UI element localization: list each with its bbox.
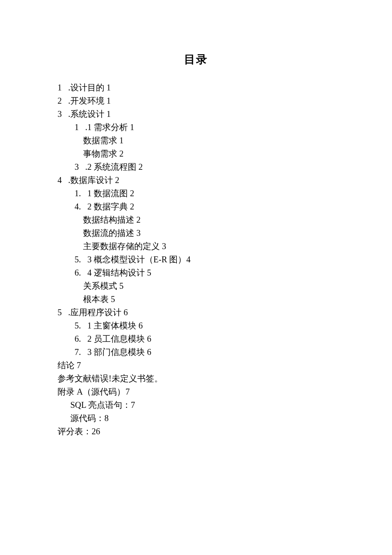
toc-entry: 结论 7 [58,359,334,372]
toc-list: 1 .设计目的 1 2 .开发环境 1 3 .系统设计 1 1 .1 需求分析 … [58,81,334,438]
toc-entry: 6. 2 员工信息模块 6 [58,332,334,346]
toc-entry: 1. 1 数据流图 2 [58,187,334,200]
toc-entry: 5. 3 概念模型设计（E-R 图）4 [58,253,334,266]
toc-entry: 主要数据存储的定义 3 [58,240,334,253]
toc-title: 目录 [58,51,334,68]
toc-entry: 6. 4 逻辑结构设计 5 [58,266,334,279]
toc-entry: 参考文献错误!未定义书签。 [58,372,334,385]
toc-entry: 5 .应用程序设计 6 [58,306,334,319]
toc-entry: 1 .1 需求分析 1 [58,121,334,134]
toc-entry: 关系模式 5 [58,279,334,293]
toc-entry: 5. 1 主窗体模块 6 [58,319,334,332]
toc-entry: 评分表：26 [58,425,334,438]
toc-entry: 4. 2 数据字典 2 [58,200,334,213]
toc-entry: 3 .2 系统流程图 2 [58,160,334,174]
toc-entry: SQL 亮点语句：7 [58,398,334,412]
toc-entry: 附录 A（源代码）7 [58,385,334,398]
toc-entry: 数据需求 1 [58,134,334,147]
toc-entry: 数据流的描述 3 [58,227,334,240]
toc-entry: 1 .设计目的 1 [58,81,334,94]
toc-entry: 根本表 5 [58,293,334,306]
toc-entry: 2 .开发环境 1 [58,94,334,108]
toc-entry: 7. 3 部门信息模块 6 [58,346,334,359]
toc-entry: 事物需求 2 [58,147,334,160]
toc-entry: 源代码：8 [58,412,334,425]
toc-entry: 3 .系统设计 1 [58,108,334,121]
toc-entry: 数据结构描述 2 [58,213,334,227]
toc-entry: 4 .数据库设计 2 [58,174,334,187]
